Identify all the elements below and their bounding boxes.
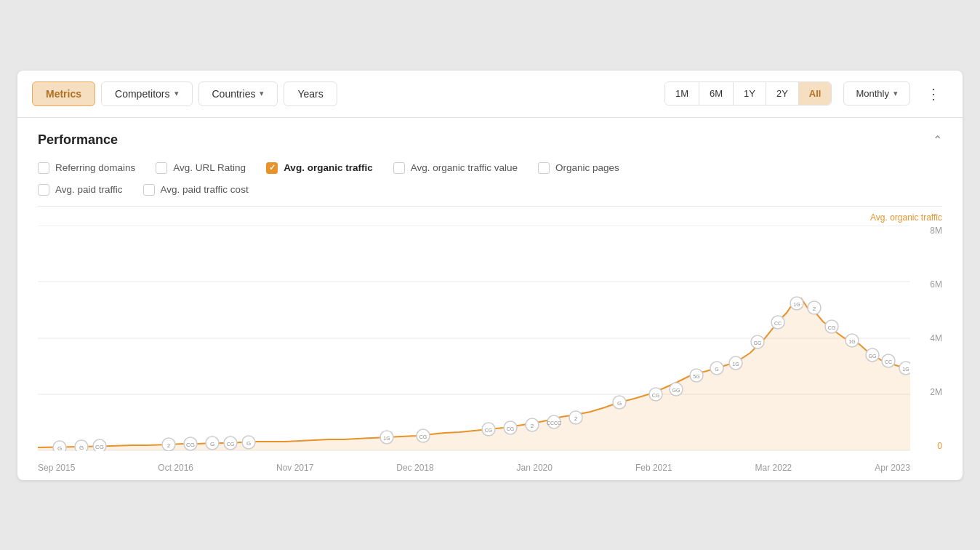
x-label-mar2022: Mar 2022: [755, 463, 792, 473]
y-label-4m: 4M: [930, 333, 942, 343]
svg-text:1G: 1G: [848, 339, 855, 344]
svg-text:GG: GG: [754, 340, 762, 346]
main-container: Metrics Competitors Countries Years 1M 6…: [17, 71, 963, 480]
chart-svg: G G CG 2 CG G CG G: [38, 226, 910, 451]
chart-container: 8M 6M 4M 2M 0: [38, 226, 942, 473]
svg-text:CC: CC: [774, 321, 782, 326]
metrics-row-1: Referring domains Avg. URL Rating Avg. o…: [38, 162, 942, 174]
metric-label-avg-organic-traffic: Avg. organic traffic: [284, 162, 373, 173]
svg-text:1G: 1G: [902, 367, 909, 372]
chart-area: Avg. organic traffic 8M 6M 4M 2M 0: [17, 207, 963, 480]
tab-years[interactable]: Years: [284, 81, 337, 106]
x-label-nov2017: Nov 2017: [276, 463, 313, 473]
performance-header: Performance ⌃: [38, 132, 942, 148]
metric-label-avg-organic-traffic-value: Avg. organic traffic value: [411, 162, 518, 173]
x-label-oct2016: Oct 2016: [158, 463, 193, 473]
tab-metrics[interactable]: Metrics: [32, 81, 95, 106]
svg-text:2: 2: [167, 442, 171, 449]
metric-avg-paid-traffic[interactable]: Avg. paid traffic: [38, 184, 123, 196]
more-options-button[interactable]: ⋮: [919, 81, 948, 107]
tab-countries[interactable]: Countries: [198, 81, 278, 106]
y-label-2m: 2M: [930, 387, 942, 397]
svg-text:CG: CG: [507, 426, 515, 431]
metrics-row-2: Avg. paid traffic Avg. paid traffic cost: [38, 184, 942, 196]
metric-avg-organic-traffic[interactable]: Avg. organic traffic: [266, 162, 373, 174]
svg-text:G: G: [246, 440, 251, 447]
metric-organic-pages[interactable]: Organic pages: [538, 162, 619, 174]
time-btn-6m[interactable]: 6M: [699, 82, 734, 105]
x-label-apr2023: Apr 2023: [875, 463, 910, 473]
svg-text:2: 2: [574, 415, 578, 422]
metric-avg-paid-traffic-cost[interactable]: Avg. paid traffic cost: [143, 184, 249, 196]
metric-referring-domains[interactable]: Referring domains: [38, 162, 135, 174]
metric-avg-url-rating[interactable]: Avg. URL Rating: [156, 162, 246, 174]
metric-label-avg-paid-traffic: Avg. paid traffic: [55, 184, 123, 195]
metric-label-avg-url-rating: Avg. URL Rating: [173, 162, 246, 173]
svg-text:GG: GG: [869, 354, 877, 359]
metric-label-avg-paid-traffic-cost: Avg. paid traffic cost: [161, 184, 249, 195]
y-label-0: 0: [937, 441, 942, 451]
svg-text:CG: CG: [227, 442, 235, 447]
svg-text:2: 2: [531, 423, 534, 429]
svg-text:CG: CG: [95, 444, 104, 450]
svg-text:CC: CC: [885, 359, 892, 364]
x-label-sep2015: Sep 2015: [38, 463, 75, 473]
metric-label-referring-domains: Referring domains: [55, 162, 135, 173]
y-axis-labels: 8M 6M 4M 2M 0: [916, 226, 942, 451]
time-btn-2y[interactable]: 2Y: [766, 82, 799, 105]
checkbox-organic-pages[interactable]: [538, 162, 550, 174]
svg-text:G: G: [57, 445, 62, 451]
svg-text:5G: 5G: [693, 374, 699, 379]
tab-competitors[interactable]: Competitors: [101, 81, 192, 106]
time-range-group: 1M 6M 1Y 2Y All: [664, 81, 832, 105]
svg-text:CG: CG: [652, 393, 660, 398]
x-label-dec2018: Dec 2018: [396, 463, 433, 473]
svg-text:1G: 1G: [383, 436, 390, 441]
x-label-feb2021: Feb 2021: [635, 463, 672, 473]
collapse-button[interactable]: ⌃: [933, 133, 942, 147]
svg-text:CG: CG: [186, 442, 195, 448]
checkbox-avg-url-rating[interactable]: [156, 162, 167, 174]
chart-svg-area: G G CG 2 CG G CG G: [38, 226, 910, 451]
time-btn-1y[interactable]: 1Y: [734, 82, 766, 105]
chart-series-label: Avg. organic traffic: [38, 207, 942, 226]
metric-avg-organic-traffic-value[interactable]: Avg. organic traffic value: [393, 162, 518, 174]
svg-text:G: G: [79, 445, 84, 451]
time-btn-1m[interactable]: 1M: [665, 82, 699, 105]
performance-title: Performance: [38, 132, 118, 148]
svg-text:G: G: [617, 400, 622, 407]
svg-text:CG: CG: [485, 428, 493, 433]
svg-text:CG: CG: [419, 434, 427, 439]
svg-text:1G: 1G: [793, 302, 800, 307]
checkbox-avg-paid-traffic-cost[interactable]: [143, 184, 155, 196]
time-btn-all[interactable]: All: [799, 82, 832, 105]
toolbar: Metrics Competitors Countries Years 1M 6…: [17, 71, 963, 118]
x-axis-labels: Sep 2015 Oct 2016 Nov 2017 Dec 2018 Jan …: [38, 453, 910, 473]
svg-text:G: G: [715, 367, 718, 372]
checkbox-referring-domains[interactable]: [38, 162, 49, 174]
checkbox-avg-paid-traffic[interactable]: [38, 184, 49, 196]
svg-text:2: 2: [813, 306, 816, 312]
svg-text:GG: GG: [672, 388, 680, 393]
svg-text:1G: 1G: [732, 362, 739, 367]
x-label-jan2020: Jan 2020: [517, 463, 553, 473]
checkbox-avg-organic-traffic[interactable]: [266, 162, 278, 174]
monthly-dropdown[interactable]: Monthly: [843, 81, 910, 105]
svg-text:CG: CG: [828, 325, 836, 330]
checkbox-avg-organic-traffic-value[interactable]: [393, 162, 405, 174]
performance-section: Performance ⌃ Referring domains Avg. URL…: [17, 118, 963, 207]
y-label-6m: 6M: [930, 279, 942, 290]
svg-text:CCCC: CCCC: [547, 421, 561, 426]
svg-text:G: G: [210, 441, 214, 447]
metric-label-organic-pages: Organic pages: [555, 162, 619, 173]
y-label-8m: 8M: [930, 226, 942, 236]
